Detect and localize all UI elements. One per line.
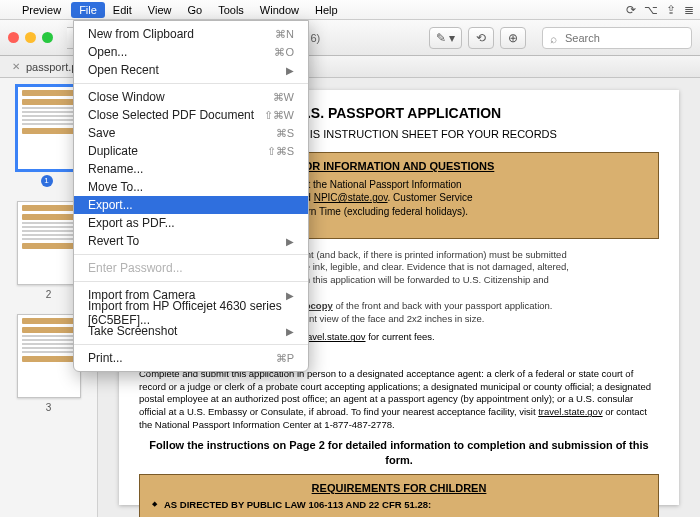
npic-link[interactable]: NPIC@state.gov (314, 192, 388, 203)
menu-item-save[interactable]: Save⌘S (74, 124, 308, 142)
menu-item-rename[interactable]: Rename... (74, 160, 308, 178)
follow-line: Follow the instructions on Page 2 for de… (139, 438, 659, 468)
menu-window[interactable]: Window (252, 2, 307, 18)
menu-item-revert-to[interactable]: Revert To▶ (74, 232, 308, 250)
bluetooth-icon[interactable]: ⌥ (644, 3, 658, 17)
search-input[interactable] (542, 27, 692, 49)
menu-item-export[interactable]: Export... (74, 196, 308, 214)
requirements-box: REQUIREMENTS FOR CHILDREN AS DIRECTED BY… (139, 474, 659, 517)
menu-item-enter-password: Enter Password... (74, 259, 308, 277)
dropbox-icon[interactable]: ⇪ (666, 3, 676, 17)
close-tab-icon[interactable]: ✕ (12, 61, 20, 72)
menu-go[interactable]: Go (179, 2, 210, 18)
thumbnail-label: 3 (46, 402, 52, 413)
thumbnail-label: 2 (46, 289, 52, 300)
file-menu-dropdown: New from Clipboard⌘NOpen...⌘OOpen Recent… (73, 20, 309, 372)
req-header: REQUIREMENTS FOR CHILDREN (148, 481, 650, 496)
search-field-wrap: ⌕ (532, 27, 692, 49)
zoom-window-button[interactable] (42, 32, 53, 43)
rotate-button[interactable]: ⟲ (468, 27, 494, 49)
thumbnail-label: 1 (41, 174, 57, 187)
menubar: Preview FileEditViewGoToolsWindowHelp ⟳ … (0, 0, 700, 20)
minimize-window-button[interactable] (25, 32, 36, 43)
menubar-status: ⟳ ⌥ ⇪ ≣ (626, 3, 694, 17)
menu-item-open[interactable]: Open...⌘O (74, 43, 308, 61)
menu-item-export-as-pdf[interactable]: Export as PDF... (74, 214, 308, 232)
window-controls (8, 32, 53, 43)
menu-item-duplicate[interactable]: Duplicate⇧⌘S (74, 142, 308, 160)
menu-edit[interactable]: Edit (105, 2, 140, 18)
menu-item-new-from-clipboard[interactable]: New from Clipboard⌘N (74, 25, 308, 43)
menu-item-print[interactable]: Print...⌘P (74, 349, 308, 367)
app-menu[interactable]: Preview (14, 2, 69, 18)
wifi-icon[interactable]: ≣ (684, 3, 694, 17)
fees-link[interactable]: travel.state.gov (301, 331, 365, 342)
menu-item-close-selected-pdf-document[interactable]: Close Selected PDF Document⇧⌘W (74, 106, 308, 124)
search-icon: ⌕ (550, 32, 557, 46)
menu-tools[interactable]: Tools (210, 2, 252, 18)
menu-item-close-window[interactable]: Close Window⌘W (74, 88, 308, 106)
menu-item-move-to[interactable]: Move To... (74, 178, 308, 196)
menu-item-import-from-hp-officejet-4630-series-6c5bef[interactable]: Import from HP Officejet 4630 series [6C… (74, 304, 308, 322)
menu-file[interactable]: File (71, 2, 105, 18)
menu-help[interactable]: Help (307, 2, 346, 18)
sync-icon[interactable]: ⟳ (626, 3, 636, 17)
menu-item-open-recent[interactable]: Open Recent▶ (74, 61, 308, 79)
menu-view[interactable]: View (140, 2, 180, 18)
markup-button[interactable]: ⊕ (500, 27, 526, 49)
howto-link[interactable]: travel.state.gov (538, 406, 602, 417)
menu-item-take-screenshot[interactable]: Take Screenshot▶ (74, 322, 308, 340)
close-window-button[interactable] (8, 32, 19, 43)
highlight-button[interactable]: ✎ ▾ (429, 27, 462, 49)
